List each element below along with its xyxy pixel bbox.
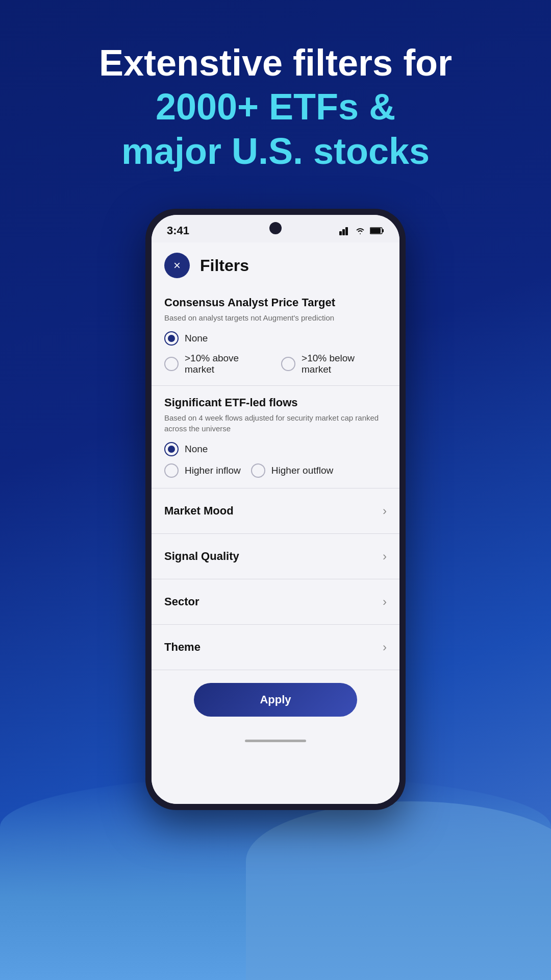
consensus-radio-above [164,357,179,371]
consensus-title: Consensus Analyst Price Target [164,296,387,309]
etf-radio-group: None Higher inflow Higher outflow [164,442,387,478]
etf-radio-none [164,442,179,456]
consensus-radio-none [164,331,179,346]
status-time: 3:41 [167,224,189,237]
signal-quality-chevron: › [383,549,387,564]
consensus-desc: Based on analyst targets not Augment's p… [164,312,387,323]
phone-screen: 3:41 [152,215,399,804]
header-section: Extenstive filters for 2000+ ETFs & majo… [0,0,551,209]
apply-section: Apply [152,670,399,732]
consensus-label-above: >10% above market [185,353,271,375]
background-wave-2 [246,801,551,980]
etf-radio-inflow [164,463,179,478]
header-line2: 2000+ ETFs & [156,86,395,127]
status-bar: 3:41 [152,215,399,242]
home-indicator [152,732,399,752]
theme-chevron: › [383,640,387,654]
etf-desc: Based on 4 week flows adjusted for secur… [164,412,387,434]
etf-row-2: Higher inflow Higher outflow [164,463,387,478]
close-button[interactable]: × [164,253,190,278]
signal-icon [339,226,350,235]
header-title: Extenstive filters for 2000+ ETFs & majo… [31,41,520,173]
apply-button[interactable]: Apply [194,683,357,717]
consensus-option-above[interactable]: >10% above market [164,353,271,375]
svg-rect-5 [370,228,381,233]
status-icons [339,226,384,235]
phone-mockup: 3:41 [145,209,406,810]
filter-section-etf: Significant ETF-led flows Based on 4 wee… [152,386,399,488]
etf-label-inflow: Higher inflow [185,465,241,476]
consensus-radio-below [281,357,295,371]
etf-label-none: None [185,444,208,455]
sector-chevron: › [383,595,387,609]
svg-rect-0 [339,231,342,235]
close-icon: × [173,259,181,272]
consensus-option-below[interactable]: >10% below market [281,353,387,375]
signal-quality-label: Signal Quality [164,550,239,563]
consensus-option-none[interactable]: None [164,331,387,346]
etf-option-outflow[interactable]: Higher outflow [251,463,333,478]
consensus-label-below: >10% below market [302,353,387,375]
theme-label: Theme [164,641,201,654]
filter-row-market-mood[interactable]: Market Mood › [152,488,399,534]
app-content: × Filters Consensus Analyst Price Target… [152,242,399,804]
consensus-label-none: None [185,333,208,344]
etf-title: Significant ETF-led flows [164,396,387,409]
filters-title: Filters [200,256,249,275]
filter-row-signal-quality[interactable]: Signal Quality › [152,534,399,579]
home-bar [245,740,306,742]
filter-row-theme[interactable]: Theme › [152,625,399,670]
wifi-icon [355,226,366,235]
filter-row-sector[interactable]: Sector › [152,579,399,625]
filters-header: × Filters [152,242,399,286]
svg-rect-4 [382,229,384,232]
etf-option-none[interactable]: None [164,442,387,456]
header-line1: Extenstive filters for [99,42,452,83]
camera-notch [269,222,282,234]
etf-label-outflow: Higher outflow [271,465,333,476]
market-mood-chevron: › [383,504,387,518]
consensus-row-2: >10% above market >10% below market [164,353,387,375]
svg-rect-1 [342,229,345,235]
header-line3: major U.S. stocks [121,131,430,172]
etf-option-inflow[interactable]: Higher inflow [164,463,241,478]
market-mood-label: Market Mood [164,504,234,518]
filter-section-consensus: Consensus Analyst Price Target Based on … [152,286,399,386]
consensus-radio-group: None >10% above market >10% below market [164,331,387,375]
svg-rect-2 [345,227,348,235]
etf-radio-outflow [251,463,265,478]
battery-icon [370,227,384,235]
sector-label: Sector [164,595,199,608]
